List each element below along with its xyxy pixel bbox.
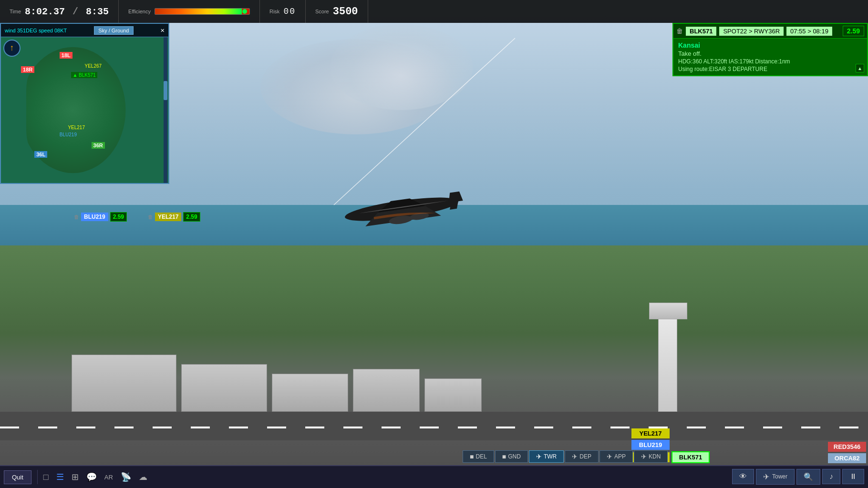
pause-button[interactable]: ⏸ (842, 469, 864, 484)
control-tower (658, 316, 677, 412)
fl-blk571[interactable]: BLK571 (672, 451, 710, 463)
spectator-icon: 👁 (739, 472, 747, 481)
info-airport: Kansai (678, 41, 862, 49)
bottom-right-controls: 👁 ✈ Tower 🔍 ♪ ⏸ (728, 465, 868, 488)
aircraft-label-yel217[interactable]: 🗑 YEL217 2.59 (148, 212, 200, 222)
yel217-id[interactable]: YEL217 (155, 213, 181, 221)
sky-ground-toggle[interactable]: Sky / Ground (94, 26, 133, 35)
minimap-content[interactable]: ↑ 18L 18R 36R 36L ▲ BLK571 YEL267 YEL217… (1, 37, 168, 183)
kdn-label: KDN (649, 453, 661, 460)
hud-score-section: Score 3500 (306, 0, 368, 23)
flight-row-red3546[interactable]: RED3546 (828, 442, 866, 452)
info-scroll-button[interactable]: ▲ (856, 64, 864, 72)
del-icon: ■ (470, 453, 474, 460)
hud-risk-section: Risk 00 (260, 0, 306, 23)
map-icon-btn[interactable]: ☰ (52, 470, 68, 484)
yel217-trash-icon[interactable]: 🗑 (148, 214, 153, 220)
efficiency-dot (242, 9, 247, 14)
aircraft-label-blu219[interactable]: 🗑 BLU219 2.59 (74, 212, 127, 222)
info-panel-header: 🗑 BLK571 SPOT22 > RWY36R 07:55 > 08:19 2… (673, 24, 867, 39)
atc-tab-kdn[interactable]: ✈ KDN (634, 450, 668, 463)
weather-icon-btn[interactable]: ☁ (135, 470, 151, 484)
atc-tab-gnd[interactable]: ■ GND (495, 450, 528, 463)
control-tower-top (649, 303, 687, 319)
minimap-runway-18l: 18L (60, 52, 72, 59)
pause-icon: ⏸ (849, 472, 857, 481)
twr-label: TWR (544, 453, 557, 460)
minimap-scrollbar[interactable] (164, 37, 167, 183)
minimap-header: wind 351DEG speed 08KT Sky / Ground ✕ (1, 24, 168, 37)
fl-blu219[interactable]: BLU219 (631, 440, 670, 450)
atc-tab-dep[interactable]: ✈ DEP (565, 450, 599, 463)
info-body: Kansai Take off. HDG:360 ALT:320ft IAS:1… (673, 39, 867, 75)
info-route-name: Using route:EISAR 3 DEPARTURE (678, 66, 862, 72)
twr-icon: ✈ (536, 453, 542, 460)
fl-orca82[interactable]: ORCA82 (828, 453, 866, 463)
search-button[interactable]: 🔍 (796, 469, 820, 485)
efficiency-label: Efficiency (128, 9, 151, 14)
chat-icon-btn[interactable]: 💬 (83, 470, 101, 484)
minimap-aircraft-yel217[interactable]: YEL217 (68, 125, 85, 130)
minimap-aircraft-blu219[interactable]: BLU219 (60, 132, 77, 137)
separator-1 (37, 470, 38, 484)
tower-label: Tower (772, 473, 787, 480)
yel217-score: 2.59 (183, 212, 200, 222)
efficiency-bar-fill (155, 9, 242, 14)
minimap-close-button[interactable]: ✕ (161, 26, 165, 34)
hud-efficiency-section: Efficiency (119, 0, 260, 23)
hud-time-current: 8:02.37 / 8:35 (25, 6, 109, 17)
flight-row-orca82[interactable]: ORCA82 (828, 453, 866, 463)
blu219-score: 2.59 (110, 212, 127, 222)
window-icon-btn[interactable]: □ (40, 470, 52, 484)
info-details: HDG:360 ALT:320ft IAS:179kt Distance:1nm (678, 58, 862, 65)
minimap-runway-36r: 36R (92, 142, 105, 149)
hud-risk-value: 00 (283, 7, 296, 16)
spectator-button[interactable]: 👁 (732, 469, 754, 484)
music-icon: ♪ (829, 472, 833, 481)
music-button[interactable]: ♪ (822, 469, 840, 484)
quit-button[interactable]: Quit (4, 470, 31, 484)
flight-row-blk571[interactable]: BLK571 (672, 451, 710, 463)
fl-red3546[interactable]: RED3546 (828, 442, 866, 452)
top-hud: Time 8:02.37 / 8:35 Efficiency Risk 00 S… (0, 0, 868, 23)
atc-tabs: ■ DEL ■ GND ✈ TWR ✈ DEP ✈ APP ✈ KDN (463, 448, 625, 465)
game-viewport: Time 8:02.37 / 8:35 Efficiency Risk 00 S… (0, 0, 868, 488)
gnd-label: GND (508, 453, 521, 460)
minimap-scrollbar-thumb[interactable] (164, 81, 167, 100)
info-flight-id[interactable]: BLK571 (686, 27, 716, 36)
info-time-range: 07:55 > 08:19 (786, 27, 832, 36)
ar-icon-btn[interactable]: AR (101, 472, 117, 483)
blu219-trash-icon[interactable]: 🗑 (74, 214, 79, 220)
fl-yel217[interactable]: YEL217 (631, 428, 670, 438)
info-trash-icon[interactable]: 🗑 (676, 27, 683, 35)
minimap-aircraft-yel267[interactable]: YEL267 (85, 63, 102, 69)
kdn-icon: ✈ (641, 453, 647, 460)
time-label: Time (10, 9, 21, 14)
app-icon: ✈ (607, 453, 612, 460)
wind-info: wind 351DEG speed 08KT (5, 28, 67, 33)
minimap[interactable]: wind 351DEG speed 08KT Sky / Ground ✕ ↑ … (0, 23, 169, 184)
atc-tab-twr[interactable]: ✈ TWR (529, 450, 564, 463)
del-label: DEL (475, 453, 486, 460)
hangar-3 (272, 374, 348, 412)
cloud-2 (330, 24, 473, 110)
signal-icon-btn[interactable]: 📡 (117, 470, 135, 484)
minimap-aircraft-blk571[interactable]: ▲ BLK571 (71, 72, 97, 78)
tower-view-button[interactable]: ✈ Tower (756, 469, 795, 485)
hangar-5 (424, 378, 482, 412)
flight-row-yel217[interactable]: YEL217 (631, 428, 866, 438)
svg-marker-3 (447, 191, 463, 203)
score-label: Score (315, 9, 329, 14)
minimap-runway-18r: 18R (21, 66, 34, 73)
dep-icon: ✈ (572, 453, 578, 460)
efficiency-bar (155, 8, 250, 15)
hangar-1 (72, 355, 176, 412)
minimap-runway-36l: 36L (34, 151, 47, 158)
atc-tab-del[interactable]: ■ DEL (463, 450, 494, 463)
blu219-id[interactable]: BLU219 (81, 213, 108, 221)
dep-label: DEP (579, 453, 591, 460)
grid-icon-btn[interactable]: ⊞ (68, 470, 83, 484)
search-icon: 🔍 (804, 472, 813, 481)
atc-tab-app[interactable]: ✈ APP (599, 450, 633, 463)
gnd-icon: ■ (502, 453, 506, 460)
